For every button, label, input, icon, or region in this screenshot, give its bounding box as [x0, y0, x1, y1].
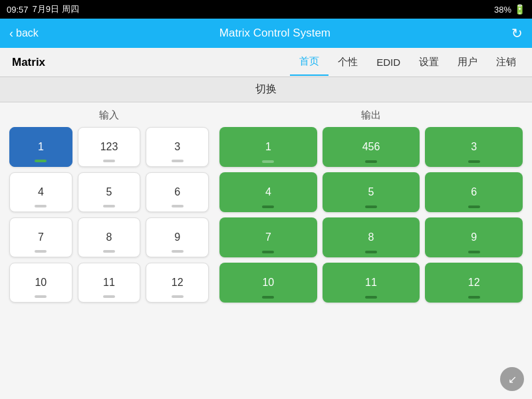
- refresh-icon[interactable]: ↻: [511, 25, 523, 41]
- output-panel: 输出 14563456789101112: [219, 109, 523, 392]
- input-button-label: 7: [38, 231, 44, 243]
- chevron-left-icon: ‹: [9, 27, 13, 41]
- output-button-label: 3: [471, 141, 477, 153]
- input-button-2[interactable]: 123: [78, 127, 141, 167]
- battery-level: 38%: [494, 5, 511, 15]
- input-indicator: [172, 205, 184, 207]
- output-button-8[interactable]: 8: [323, 217, 420, 257]
- input-button-label: 1: [38, 141, 44, 153]
- output-indicator: [468, 160, 480, 163]
- input-button-label: 4: [38, 186, 44, 198]
- input-button-label: 12: [172, 277, 184, 289]
- input-panel-title: 输入: [9, 109, 209, 122]
- nav-bar: ‹ back Matrix Control System ↻: [0, 19, 532, 48]
- input-button-11[interactable]: 11: [78, 263, 141, 303]
- output-indicator: [262, 205, 274, 208]
- output-indicator: [365, 251, 377, 253]
- output-button-label: 1: [265, 141, 271, 153]
- matrix-label: Matrix: [0, 56, 57, 69]
- tabs-container: 首页个性EDID设置用户注销: [57, 49, 532, 76]
- tab-设置[interactable]: 设置: [410, 49, 448, 75]
- output-button-label: 8: [368, 231, 374, 243]
- input-button-label: 9: [174, 231, 180, 243]
- nav-back-button[interactable]: ‹ back: [9, 27, 39, 41]
- input-button-5[interactable]: 5: [78, 172, 141, 212]
- status-right: 38% 🔋: [494, 4, 525, 15]
- scroll-hint-button[interactable]: ↙: [500, 367, 524, 391]
- output-button-6[interactable]: 6: [425, 172, 523, 212]
- output-indicator: [262, 251, 274, 253]
- output-indicator: [262, 160, 274, 163]
- output-button-label: 4: [265, 186, 271, 198]
- input-indicator: [103, 295, 115, 298]
- output-button-label: 456: [362, 141, 380, 153]
- input-indicator: [35, 250, 47, 253]
- status-left: 09:57 7月9日 周四: [7, 3, 79, 15]
- output-button-1[interactable]: 1: [219, 127, 317, 167]
- input-button-12[interactable]: 12: [146, 263, 209, 303]
- back-label: back: [16, 27, 39, 39]
- input-indicator: [172, 250, 184, 253]
- input-button-8[interactable]: 8: [78, 217, 141, 257]
- input-button-label: 11: [103, 277, 115, 289]
- scroll-icon: ↙: [508, 373, 517, 386]
- output-button-label: 12: [468, 277, 480, 289]
- input-indicator: [172, 295, 184, 298]
- input-grid: 11233456789101112: [9, 127, 209, 303]
- output-button-11[interactable]: 11: [323, 263, 420, 303]
- output-button-3[interactable]: 3: [425, 127, 523, 167]
- tab-EDID[interactable]: EDID: [367, 50, 410, 74]
- status-date: 7月9日 周四: [33, 3, 79, 15]
- input-indicator: [103, 205, 115, 207]
- input-button-label: 6: [174, 186, 180, 198]
- input-button-7[interactable]: 7: [9, 217, 72, 257]
- output-button-label: 11: [365, 277, 377, 289]
- output-grid: 14563456789101112: [219, 127, 523, 303]
- tab-个性[interactable]: 个性: [329, 49, 367, 75]
- output-indicator: [468, 251, 480, 253]
- output-button-7[interactable]: 7: [219, 217, 317, 257]
- output-indicator: [365, 160, 377, 163]
- input-indicator: [103, 160, 115, 162]
- status-bar: 09:57 7月9日 周四 38% 🔋: [0, 0, 532, 19]
- output-indicator: [365, 205, 377, 208]
- output-indicator: [468, 205, 480, 208]
- main-content: 输入 11233456789101112 输出 1456345678910111…: [0, 102, 532, 399]
- tab-bar: Matrix 首页个性EDID设置用户注销: [0, 48, 532, 77]
- nav-title: Matrix Control System: [219, 27, 331, 40]
- input-indicator: [35, 205, 47, 207]
- tab-首页[interactable]: 首页: [290, 49, 329, 76]
- input-indicator: [172, 160, 184, 162]
- output-button-label: 7: [265, 231, 271, 243]
- tab-注销[interactable]: 注销: [487, 49, 525, 75]
- input-button-9[interactable]: 9: [146, 217, 209, 257]
- output-button-10[interactable]: 10: [219, 263, 317, 303]
- section-title-bar: 切换: [0, 77, 532, 102]
- output-button-2[interactable]: 456: [323, 127, 420, 167]
- tab-用户[interactable]: 用户: [448, 49, 487, 75]
- input-button-label: 123: [100, 141, 118, 153]
- output-button-9[interactable]: 9: [425, 217, 523, 257]
- input-button-1[interactable]: 1: [9, 127, 72, 167]
- output-button-label: 9: [471, 231, 477, 243]
- input-indicator: [35, 295, 47, 298]
- output-button-12[interactable]: 12: [425, 263, 523, 303]
- output-button-5[interactable]: 5: [323, 172, 420, 212]
- output-button-label: 5: [368, 186, 374, 198]
- output-button-label: 6: [471, 186, 477, 198]
- output-panel-title: 输出: [219, 109, 523, 122]
- input-button-6[interactable]: 6: [146, 172, 209, 212]
- section-title: 切换: [255, 82, 277, 96]
- input-button-4[interactable]: 4: [9, 172, 72, 212]
- status-time: 09:57: [7, 5, 29, 15]
- input-button-label: 8: [106, 231, 112, 243]
- output-button-label: 10: [262, 277, 274, 289]
- input-button-10[interactable]: 10: [9, 263, 72, 303]
- input-panel: 输入 11233456789101112: [9, 109, 209, 392]
- battery-icon: 🔋: [514, 4, 525, 15]
- input-button-3[interactable]: 3: [146, 127, 209, 167]
- input-button-label: 3: [174, 141, 180, 153]
- output-button-4[interactable]: 4: [219, 172, 317, 212]
- input-indicator: [103, 250, 115, 253]
- input-button-label: 5: [106, 186, 112, 198]
